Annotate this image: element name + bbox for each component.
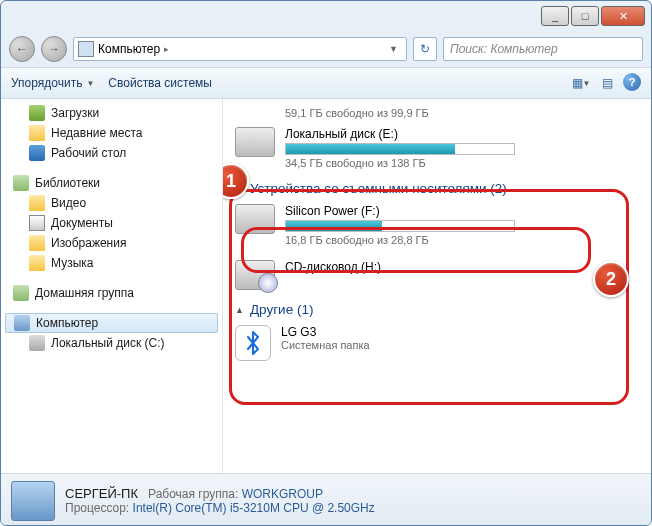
chevron-down-icon: ▼ (86, 79, 94, 88)
drive-title: CD-дисковод (H:) (285, 260, 639, 274)
organize-button[interactable]: Упорядочить ▼ (11, 76, 94, 90)
sidebar-item-label: Компьютер (36, 316, 98, 330)
group-other[interactable]: ▲ Другие (1) (235, 302, 639, 317)
computer-icon (14, 315, 30, 331)
forward-button[interactable]: → (41, 36, 67, 62)
workgroup-value: WORKGROUP (242, 487, 323, 501)
drive-free-space: 59,1 ГБ свободно из 99,9 ГБ (285, 107, 639, 119)
search-input[interactable]: Поиск: Компьютер (443, 37, 643, 61)
sidebar-item-label: Домашняя группа (35, 286, 134, 300)
music-icon (29, 255, 45, 271)
drive-title: Silicon Power (F:) (285, 204, 639, 218)
sidebar-item-disk-c[interactable]: Локальный диск (C:) (1, 333, 222, 353)
recent-icon (29, 125, 45, 141)
drive-item-f[interactable]: Silicon Power (F:) 16,8 ГБ свободно из 2… (235, 200, 639, 250)
libraries-icon (13, 175, 29, 191)
sidebar-item-label: Музыка (51, 256, 93, 270)
sidebar-item-label: Изображения (51, 236, 126, 250)
sidebar-item-documents[interactable]: Документы (1, 213, 222, 233)
organize-label: Упорядочить (11, 76, 82, 90)
drive-free-space: 34,5 ГБ свободно из 138 ГБ (285, 157, 639, 169)
sidebar-item-downloads[interactable]: Загрузки (1, 103, 222, 123)
collapse-icon: ▲ (235, 305, 244, 315)
sidebar-item-recent[interactable]: Недавние места (1, 123, 222, 143)
refresh-button[interactable]: ↻ (413, 37, 437, 61)
address-dropdown-icon[interactable]: ▼ (385, 44, 402, 54)
computer-name: СЕРГЕЙ-ПК (65, 486, 138, 501)
group-label: Устройства со съемными носителями (2) (250, 181, 507, 196)
system-properties-button[interactable]: Свойства системы (108, 76, 212, 90)
sidebar-item-desktop[interactable]: Рабочий стол (1, 143, 222, 163)
address-path: Компьютер (98, 42, 160, 56)
homegroup-icon (13, 285, 29, 301)
content-pane: 59,1 ГБ свободно из 99,9 ГБ Локальный ди… (223, 99, 651, 473)
navigation-pane: Загрузки Недавние места Рабочий стол Биб… (1, 99, 223, 473)
drive-item-e[interactable]: Локальный диск (E:) 34,5 ГБ свободно из … (235, 123, 639, 173)
drive-item-cd[interactable]: CD-дисковод (H:) (235, 256, 639, 294)
explorer-window: _ □ ✕ ← → Компьютер ▸ ▼ ↻ Поиск: Компьют… (0, 0, 652, 526)
sidebar-item-label: Документы (51, 216, 113, 230)
close-button[interactable]: ✕ (601, 6, 645, 26)
workgroup-label: Рабочая группа: (148, 487, 238, 501)
sidebar-item-label: Рабочий стол (51, 146, 126, 160)
sidebar-group-libraries[interactable]: Библиотеки (1, 173, 222, 193)
sidebar-group-homegroup[interactable]: Домашняя группа (1, 283, 222, 303)
bluetooth-icon (235, 325, 271, 361)
minimize-button[interactable]: _ (541, 6, 569, 26)
chevron-down-icon: ▼ (583, 79, 591, 88)
documents-icon (29, 215, 45, 231)
sidebar-item-label: Библиотеки (35, 176, 100, 190)
cpu-value: Intel(R) Core(TM) i5-3210M CPU @ 2.50GHz (133, 501, 375, 515)
sidebar-item-label: Видео (51, 196, 86, 210)
drive-free-space: 16,8 ГБ свободно из 28,8 ГБ (285, 234, 639, 246)
sidebar-item-label: Недавние места (51, 126, 142, 140)
hdd-icon (235, 127, 275, 157)
usb-drive-icon (235, 204, 275, 234)
toolbar: Упорядочить ▼ Свойства системы ▦▼ ▤ ? (1, 67, 651, 99)
sidebar-group-computer[interactable]: Компьютер (5, 313, 218, 333)
view-mode-button[interactable]: ▦▼ (571, 73, 591, 93)
computer-large-icon (11, 481, 55, 521)
device-title: LG G3 (281, 325, 639, 339)
breadcrumb-sep-icon: ▸ (164, 44, 169, 54)
group-removable-devices[interactable]: ▲ Устройства со съемными носителями (2) (235, 181, 639, 196)
sidebar-item-video[interactable]: Видео (1, 193, 222, 213)
pictures-icon (29, 235, 45, 251)
preview-pane-button[interactable]: ▤ (597, 73, 617, 93)
drive-item[interactable]: 59,1 ГБ свободно из 99,9 ГБ (285, 103, 639, 123)
drive-title: Локальный диск (E:) (285, 127, 639, 141)
maximize-button[interactable]: □ (571, 6, 599, 26)
title-bar: _ □ ✕ (1, 1, 651, 31)
properties-label: Свойства системы (108, 76, 212, 90)
drive-capacity-bar (285, 143, 515, 155)
sidebar-item-label: Локальный диск (C:) (51, 336, 165, 350)
device-subtitle: Системная папка (281, 339, 639, 351)
disk-icon (29, 335, 45, 351)
back-button[interactable]: ← (9, 36, 35, 62)
address-bar[interactable]: Компьютер ▸ ▼ (73, 37, 407, 61)
sidebar-item-music[interactable]: Музыка (1, 253, 222, 273)
computer-icon (78, 41, 94, 57)
collapse-icon: ▲ (235, 184, 244, 194)
video-icon (29, 195, 45, 211)
details-pane: СЕРГЕЙ-ПК Рабочая группа: WORKGROUP Проц… (1, 473, 651, 526)
help-icon[interactable]: ? (623, 73, 641, 91)
sidebar-item-label: Загрузки (51, 106, 99, 120)
downloads-icon (29, 105, 45, 121)
cd-drive-icon (235, 260, 275, 290)
drive-capacity-bar (285, 220, 515, 232)
search-placeholder: Поиск: Компьютер (450, 42, 558, 56)
sidebar-item-pictures[interactable]: Изображения (1, 233, 222, 253)
device-item-lg[interactable]: LG G3 Системная папка (235, 321, 639, 365)
cpu-label: Процессор: (65, 501, 129, 515)
group-label: Другие (1) (250, 302, 313, 317)
desktop-icon (29, 145, 45, 161)
nav-bar: ← → Компьютер ▸ ▼ ↻ Поиск: Компьютер (1, 31, 651, 67)
